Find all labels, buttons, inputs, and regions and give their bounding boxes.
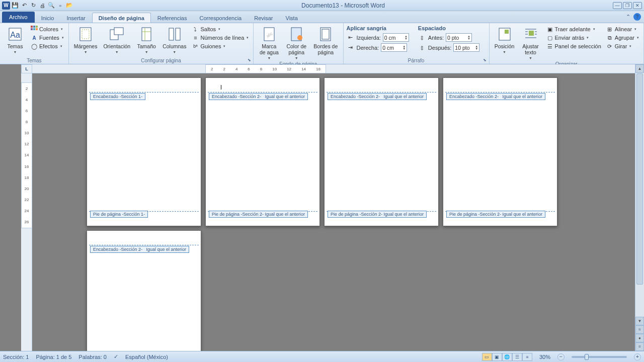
- new-icon[interactable]: ▫: [56, 2, 64, 10]
- status-words[interactable]: Palabras: 0: [78, 354, 107, 360]
- page-setup-dialog-launcher[interactable]: ⬊: [246, 57, 252, 63]
- tab-insert[interactable]: Insertar: [60, 13, 91, 23]
- scroll-thumb[interactable]: [636, 73, 643, 285]
- header-tag: Encabezado -Sección 2- Igual que el ante…: [328, 93, 427, 100]
- prev-page-button[interactable]: ≡: [635, 325, 644, 334]
- tab-file[interactable]: Archivo: [2, 12, 35, 23]
- theme-colors-button[interactable]: Colores▾: [29, 25, 65, 33]
- svg-rect-5: [31, 28, 33, 30]
- page-4[interactable]: Encabezado -Sección 2- Igual que el ante…: [443, 77, 557, 226]
- tab-view[interactable]: Vista: [280, 13, 304, 23]
- line-numbers-button[interactable]: ≡Números de línea▾: [190, 34, 250, 42]
- spacing-before-icon: ‡: [418, 34, 426, 41]
- send-backward-button[interactable]: ▢Enviar atrás▾: [545, 34, 603, 42]
- view-web[interactable]: 🌐: [502, 353, 512, 361]
- selection-pane-button[interactable]: ☰Panel de selección: [545, 42, 603, 50]
- align-button[interactable]: ⊞Alinear▾: [605, 25, 640, 33]
- status-proof-icon[interactable]: ✓: [114, 353, 118, 360]
- open-icon[interactable]: 📂: [65, 2, 73, 10]
- columns-button[interactable]: Columnas▼: [160, 25, 188, 55]
- theme-fonts-button[interactable]: AFuentes▾: [29, 34, 65, 42]
- tab-page-layout[interactable]: Diseño de página: [92, 13, 151, 23]
- paragraph-dialog-launcher[interactable]: ⬊: [482, 57, 488, 63]
- zoom-level[interactable]: 30%: [539, 354, 550, 360]
- group-themes-label: Temas: [3, 57, 65, 64]
- breaks-button[interactable]: ⤵Saltos▾: [190, 25, 250, 33]
- indent-right-label: Derecha:: [357, 45, 379, 51]
- view-outline[interactable]: ☰: [512, 353, 522, 361]
- page-borders-button[interactable]: Bordes de página: [311, 25, 340, 56]
- browse-object-button[interactable]: ●: [635, 334, 644, 342]
- watermark-button[interactable]: abcMarca de agua▼: [257, 25, 281, 61]
- group-objects-button[interactable]: ⧉Agrupar▾: [605, 34, 640, 42]
- indent-left-icon: ⇤: [347, 34, 355, 41]
- minimize-button[interactable]: ―: [613, 2, 622, 9]
- view-print-layout[interactable]: ▭: [482, 353, 492, 361]
- size-button[interactable]: Tamaño▼: [134, 25, 158, 55]
- wrap-text-button[interactable]: Ajustar texto▼: [519, 25, 543, 61]
- svg-rect-8: [80, 28, 91, 41]
- zoom-slider[interactable]: [572, 356, 627, 358]
- theme-effects-button[interactable]: ◯Efectos▾: [29, 42, 65, 50]
- page-5[interactable]: Encabezado -Sección 2- Igual que el ante…: [87, 230, 201, 351]
- ruler-corner-tab[interactable]: L: [21, 64, 32, 73]
- vertical-scrollbar[interactable]: ▲ ▼ ≡ ● ≡: [635, 64, 644, 351]
- next-page-button[interactable]: ≡: [635, 342, 644, 351]
- page-color-button[interactable]: Color de página▼: [283, 25, 309, 61]
- header-tag: Encabezado -Sección 2- Igual que el ante…: [446, 93, 545, 100]
- preview-icon[interactable]: 🔍: [47, 2, 55, 10]
- group-paragraph-label: Párrafo: [347, 57, 486, 64]
- zoom-in-button[interactable]: +: [634, 353, 641, 360]
- header-tag: Encabezado -Sección 2- Igual que el ante…: [209, 93, 308, 100]
- title-bar: W 💾 ↶ ↻ 🖨 🔍 ▫ 📂 Documento13 - Microsoft …: [0, 0, 644, 11]
- margins-button[interactable]: Márgenes▼: [72, 25, 100, 55]
- minimize-ribbon-icon[interactable]: ⌃: [626, 14, 630, 20]
- indent-right-input[interactable]: 0 cm▲▼: [381, 43, 407, 52]
- spacing-heading: Espaciado: [418, 25, 479, 32]
- restore-button[interactable]: ❐: [623, 2, 632, 9]
- rotate-button[interactable]: ⟳Girar▾: [605, 42, 640, 50]
- undo-icon[interactable]: ↶: [20, 2, 28, 10]
- view-draft[interactable]: ≡: [522, 353, 532, 361]
- zoom-out-button[interactable]: −: [557, 353, 565, 360]
- position-button[interactable]: Posición▼: [493, 25, 517, 55]
- group-paragraph: Aplicar sangría ⇤Izquierda:0 cm▲▼ ⇥Derec…: [344, 23, 490, 64]
- footer-tag: Pie de página -Sección 2- Igual que el a…: [209, 211, 308, 218]
- help-icon[interactable]: ?: [633, 13, 641, 21]
- page-3[interactable]: Encabezado -Sección 2- Igual que el ante…: [324, 77, 439, 226]
- indent-left-input[interactable]: 0 cm▲▼: [383, 33, 409, 42]
- ribbon-tabs: Archivo Inicio Insertar Diseño de página…: [0, 11, 644, 23]
- bring-forward-button[interactable]: ▣Traer adelante▾: [545, 25, 603, 33]
- redo-icon[interactable]: ↻: [29, 2, 37, 10]
- header-tag: Encabezado -Sección 2- Igual que el ante…: [90, 246, 189, 253]
- svg-rect-4: [36, 26, 38, 28]
- close-button[interactable]: ✕: [633, 2, 642, 9]
- scroll-up-button[interactable]: ▲: [635, 64, 644, 73]
- spacing-after-input[interactable]: 10 pto▲▼: [453, 43, 479, 52]
- horizontal-ruler[interactable]: 2246810121418: [32, 64, 635, 73]
- status-bar: Sección: 1 Página: 1 de 5 Palabras: 0 ✓ …: [0, 351, 644, 362]
- app-icon[interactable]: W: [2, 2, 10, 10]
- page-1[interactable]: Encabezado -Sección 1-Pie de página -Sec…: [87, 77, 201, 226]
- tab-references[interactable]: Referencias: [151, 13, 193, 23]
- scroll-down-button[interactable]: ▼: [635, 317, 644, 325]
- tab-review[interactable]: Revisar: [248, 13, 279, 23]
- document-canvas[interactable]: Encabezado -Sección 1-Pie de página -Sec…: [32, 73, 635, 351]
- tab-home[interactable]: Inicio: [35, 13, 60, 23]
- orientation-button[interactable]: Orientación▼: [101, 25, 132, 55]
- spacing-before-input[interactable]: 0 pto▲▼: [446, 33, 472, 42]
- tab-mail[interactable]: Correspondencia: [193, 13, 248, 23]
- themes-button[interactable]: Aa Temas▼: [3, 25, 27, 55]
- status-language[interactable]: Español (México): [125, 354, 168, 360]
- window-title: Documento13 - Microsoft Word: [73, 2, 613, 9]
- save-icon[interactable]: 💾: [11, 2, 19, 10]
- print-icon[interactable]: 🖨: [38, 2, 46, 10]
- status-page[interactable]: Página: 1 de 5: [36, 354, 71, 360]
- page-2[interactable]: Encabezado -Sección 2- Igual que el ante…: [205, 77, 320, 226]
- footer-tag: Pie de página -Sección 1-: [90, 211, 148, 218]
- hyphenation-button[interactable]: bªGuiones▾: [190, 42, 250, 50]
- vertical-ruler[interactable]: 2468101214161820222426: [21, 73, 32, 351]
- status-section[interactable]: Sección: 1: [3, 354, 29, 360]
- view-full-screen[interactable]: ▣: [492, 353, 502, 361]
- group-page-setup-label: Configurar página: [72, 57, 251, 64]
